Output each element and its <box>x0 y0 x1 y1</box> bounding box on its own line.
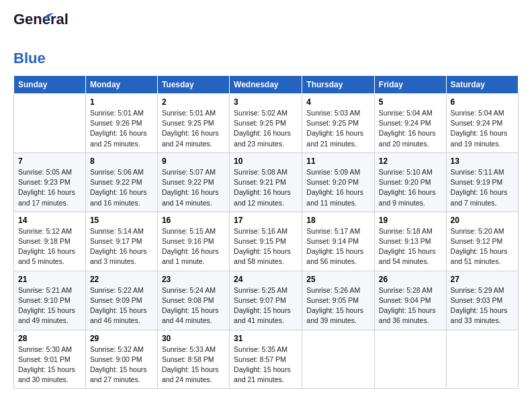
date-number: 19 <box>379 216 442 225</box>
date-number: 11 <box>306 156 370 166</box>
date-number: 25 <box>306 275 370 284</box>
calendar-cell: 12Sunrise: 5:10 AM Sunset: 9:20 PM Dayli… <box>374 152 446 212</box>
column-header-thursday: Thursday <box>302 76 375 94</box>
calendar-cell: 6Sunrise: 5:04 AM Sunset: 9:24 PM Daylig… <box>446 94 518 153</box>
day-info: Sunrise: 5:32 AM Sunset: 9:00 PM Dayligh… <box>90 345 153 385</box>
date-number: 13 <box>451 156 514 166</box>
day-info: Sunrise: 5:25 AM Sunset: 9:07 PM Dayligh… <box>234 285 298 326</box>
calendar-cell: 17Sunrise: 5:16 AM Sunset: 9:15 PM Dayli… <box>230 212 302 271</box>
date-number: 23 <box>162 275 225 284</box>
calendar-cell: 21Sunrise: 5:21 AM Sunset: 9:10 PM Dayli… <box>14 271 86 330</box>
calendar-cell: 15Sunrise: 5:14 AM Sunset: 9:17 PM Dayli… <box>85 212 157 271</box>
calendar-cell: 30Sunrise: 5:33 AM Sunset: 8:58 PM Dayli… <box>157 330 229 389</box>
calendar-cell <box>374 330 446 389</box>
day-info: Sunrise: 5:04 AM Sunset: 9:24 PM Dayligh… <box>379 108 442 149</box>
header: General Blue <box>13 11 519 67</box>
day-info: Sunrise: 5:01 AM Sunset: 9:26 PM Dayligh… <box>90 108 153 149</box>
calendar-cell <box>302 330 375 389</box>
day-info: Sunrise: 5:06 AM Sunset: 9:22 PM Dayligh… <box>90 167 153 208</box>
day-info: Sunrise: 5:17 AM Sunset: 9:14 PM Dayligh… <box>306 226 370 267</box>
day-info: Sunrise: 5:02 AM Sunset: 9:25 PM Dayligh… <box>234 108 298 149</box>
calendar-cell: 18Sunrise: 5:17 AM Sunset: 9:14 PM Dayli… <box>302 212 375 271</box>
day-info: Sunrise: 5:11 AM Sunset: 9:19 PM Dayligh… <box>451 167 514 208</box>
week-row-5: 28Sunrise: 5:30 AM Sunset: 9:01 PM Dayli… <box>14 330 519 389</box>
day-info: Sunrise: 5:15 AM Sunset: 9:16 PM Dayligh… <box>162 226 225 267</box>
day-info: Sunrise: 5:35 AM Sunset: 8:57 PM Dayligh… <box>234 345 298 385</box>
date-number: 21 <box>18 275 81 284</box>
week-row-2: 7Sunrise: 5:05 AM Sunset: 9:23 PM Daylig… <box>14 152 519 212</box>
day-info: Sunrise: 5:22 AM Sunset: 9:09 PM Dayligh… <box>90 285 153 326</box>
column-header-friday: Friday <box>374 76 446 94</box>
day-info: Sunrise: 5:33 AM Sunset: 8:58 PM Dayligh… <box>162 345 225 385</box>
calendar-cell: 19Sunrise: 5:18 AM Sunset: 9:13 PM Dayli… <box>374 212 446 271</box>
calendar-table: SundayMondayTuesdayWednesdayThursdayFrid… <box>13 75 519 389</box>
calendar-cell: 27Sunrise: 5:29 AM Sunset: 9:03 PM Dayli… <box>446 271 518 330</box>
date-number: 2 <box>162 97 225 107</box>
day-info: Sunrise: 5:07 AM Sunset: 9:22 PM Dayligh… <box>162 167 225 208</box>
logo-bird-icon <box>40 9 55 24</box>
date-number: 9 <box>162 156 225 166</box>
date-number: 5 <box>379 97 442 107</box>
calendar-cell: 26Sunrise: 5:28 AM Sunset: 9:04 PM Dayli… <box>374 271 446 330</box>
day-info: Sunrise: 5:28 AM Sunset: 9:04 PM Dayligh… <box>379 285 442 326</box>
date-number: 28 <box>18 334 81 343</box>
date-number: 24 <box>234 275 298 284</box>
calendar-cell <box>446 330 518 389</box>
calendar-cell: 25Sunrise: 5:26 AM Sunset: 9:05 PM Dayli… <box>302 271 375 330</box>
logo: General Blue <box>13 11 46 67</box>
date-number: 16 <box>162 216 225 225</box>
calendar-cell: 23Sunrise: 5:24 AM Sunset: 9:08 PM Dayli… <box>157 271 229 330</box>
date-number: 15 <box>90 216 153 225</box>
day-info: Sunrise: 5:04 AM Sunset: 9:24 PM Dayligh… <box>451 108 514 149</box>
date-number: 1 <box>90 97 153 107</box>
date-number: 3 <box>234 97 298 107</box>
calendar-cell: 20Sunrise: 5:20 AM Sunset: 9:12 PM Dayli… <box>446 212 518 271</box>
week-row-4: 21Sunrise: 5:21 AM Sunset: 9:10 PM Dayli… <box>14 271 519 330</box>
date-number: 6 <box>451 97 514 107</box>
column-header-tuesday: Tuesday <box>157 76 229 94</box>
day-info: Sunrise: 5:30 AM Sunset: 9:01 PM Dayligh… <box>18 345 81 385</box>
calendar-cell <box>14 94 86 153</box>
calendar-cell: 2Sunrise: 5:01 AM Sunset: 9:25 PM Daylig… <box>157 94 229 153</box>
column-header-monday: Monday <box>85 76 157 94</box>
day-info: Sunrise: 5:21 AM Sunset: 9:10 PM Dayligh… <box>18 285 81 326</box>
date-number: 17 <box>234 216 298 225</box>
day-info: Sunrise: 5:10 AM Sunset: 9:20 PM Dayligh… <box>379 167 442 208</box>
date-number: 31 <box>234 334 298 343</box>
day-info: Sunrise: 5:12 AM Sunset: 9:18 PM Dayligh… <box>18 226 81 267</box>
day-info: Sunrise: 5:09 AM Sunset: 9:20 PM Dayligh… <box>306 167 370 208</box>
week-row-1: 1Sunrise: 5:01 AM Sunset: 9:26 PM Daylig… <box>14 94 519 153</box>
date-number: 8 <box>90 156 153 166</box>
date-number: 10 <box>234 156 298 166</box>
date-number: 27 <box>451 275 514 284</box>
day-info: Sunrise: 5:29 AM Sunset: 9:03 PM Dayligh… <box>451 285 514 326</box>
day-info: Sunrise: 5:01 AM Sunset: 9:25 PM Dayligh… <box>162 108 225 149</box>
day-info: Sunrise: 5:20 AM Sunset: 9:12 PM Dayligh… <box>451 226 514 267</box>
day-info: Sunrise: 5:08 AM Sunset: 9:21 PM Dayligh… <box>234 167 298 208</box>
day-info: Sunrise: 5:24 AM Sunset: 9:08 PM Dayligh… <box>162 285 225 326</box>
date-number: 4 <box>306 97 370 107</box>
calendar-cell: 24Sunrise: 5:25 AM Sunset: 9:07 PM Dayli… <box>230 271 302 330</box>
date-number: 22 <box>90 275 153 284</box>
day-info: Sunrise: 5:03 AM Sunset: 9:25 PM Dayligh… <box>306 108 370 149</box>
date-number: 7 <box>18 156 81 166</box>
calendar-cell: 22Sunrise: 5:22 AM Sunset: 9:09 PM Dayli… <box>85 271 157 330</box>
calendar-cell: 28Sunrise: 5:30 AM Sunset: 9:01 PM Dayli… <box>14 330 86 389</box>
calendar-cell: 11Sunrise: 5:09 AM Sunset: 9:20 PM Dayli… <box>302 152 375 212</box>
column-header-row: SundayMondayTuesdayWednesdayThursdayFrid… <box>14 76 519 94</box>
day-info: Sunrise: 5:05 AM Sunset: 9:23 PM Dayligh… <box>18 167 81 208</box>
day-info: Sunrise: 5:18 AM Sunset: 9:13 PM Dayligh… <box>379 226 442 267</box>
calendar-cell: 29Sunrise: 5:32 AM Sunset: 9:00 PM Dayli… <box>85 330 157 389</box>
day-info: Sunrise: 5:14 AM Sunset: 9:17 PM Dayligh… <box>90 226 153 267</box>
date-number: 20 <box>451 216 514 225</box>
calendar-cell: 5Sunrise: 5:04 AM Sunset: 9:24 PM Daylig… <box>374 94 446 153</box>
calendar-cell: 14Sunrise: 5:12 AM Sunset: 9:18 PM Dayli… <box>14 212 86 271</box>
date-number: 18 <box>306 216 370 225</box>
calendar-cell: 3Sunrise: 5:02 AM Sunset: 9:25 PM Daylig… <box>230 94 302 153</box>
column-header-saturday: Saturday <box>446 76 518 94</box>
page-container: General Blue SundayMondayTuesdayWednesda… <box>0 0 532 396</box>
column-header-sunday: Sunday <box>14 76 86 94</box>
calendar-cell: 7Sunrise: 5:05 AM Sunset: 9:23 PM Daylig… <box>14 152 86 212</box>
calendar-cell: 4Sunrise: 5:03 AM Sunset: 9:25 PM Daylig… <box>302 94 375 153</box>
date-number: 29 <box>90 334 153 343</box>
